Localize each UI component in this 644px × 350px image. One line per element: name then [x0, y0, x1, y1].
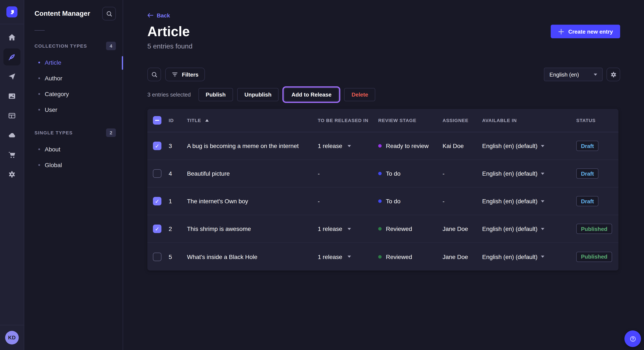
feather-content-icon[interactable]: [4, 48, 20, 65]
row-locale-dropdown[interactable]: English (en) (default): [482, 170, 576, 177]
content-manager-subnav: Content Manager COLLECTION TYPES 4 Artic…: [24, 0, 123, 350]
column-header-id[interactable]: ID: [167, 118, 187, 123]
gear-icon[interactable]: [4, 166, 20, 183]
column-header-assignee: ASSIGNEE: [442, 118, 482, 123]
row-release-dropdown[interactable]: 1 release: [318, 225, 378, 232]
table-row: ✓ 4 Beautiful picture - To do - English …: [147, 160, 618, 187]
status-badge: Draft: [576, 196, 599, 206]
row-locale-dropdown[interactable]: English (en) (default): [482, 225, 576, 232]
subnav-section: SINGLE TYPES 2 About Global: [24, 128, 123, 173]
row-release-dropdown[interactable]: 1 release: [318, 253, 378, 260]
row-release-dropdown: -: [318, 198, 378, 204]
row-checkbox[interactable]: ✓: [153, 224, 162, 233]
row-checkbox[interactable]: ✓: [153, 252, 162, 261]
add-to-release-button[interactable]: Add to Release: [284, 88, 339, 101]
release-label: 1 release: [318, 253, 342, 260]
subnav-item-article[interactable]: Article: [24, 54, 123, 70]
subnav-header: Content Manager: [24, 0, 123, 27]
stage-label: Reviewed: [386, 253, 412, 260]
row-status: Published: [576, 224, 618, 234]
subnav-item-user[interactable]: User: [24, 102, 123, 117]
entries-count: 5 entries found: [147, 42, 620, 50]
search-icon[interactable]: [102, 7, 116, 20]
locale-label: English (en) (default): [482, 143, 538, 149]
release-label: -: [318, 170, 320, 177]
section-count-badge: 4: [106, 42, 116, 50]
chevron-down-icon: [541, 228, 544, 230]
column-header-title[interactable]: TITLE: [187, 118, 318, 123]
row-id: 1: [167, 198, 187, 204]
status-badge: Draft: [576, 141, 599, 151]
table-row: ✓ 2 This shrimp is awesome 1 release Rev…: [147, 215, 618, 243]
stage-dot-icon: [378, 172, 382, 175]
locale-value: English (en): [550, 71, 579, 78]
create-new-entry-button[interactable]: Create new entry: [551, 25, 620, 38]
locale-label: English (en) (default): [482, 225, 538, 232]
table-row: ✓ 5 What's inside a Black Hole 1 release…: [147, 243, 618, 270]
section-label: SINGLE TYPES: [34, 130, 72, 135]
publish-button[interactable]: Publish: [198, 88, 233, 101]
stage-label: Ready to review: [386, 143, 429, 149]
layout-card-icon[interactable]: [4, 107, 20, 124]
search-icon[interactable]: [147, 68, 161, 81]
status-badge: Published: [576, 224, 612, 234]
chevron-down-icon: [541, 145, 544, 147]
delete-button[interactable]: Delete: [344, 88, 376, 101]
entries-table: ✓ ID TITLE TO BE RELEASED IN REVIEW STAG…: [147, 109, 618, 270]
subnav-item-label: Article: [45, 59, 61, 66]
home-icon[interactable]: [4, 29, 20, 46]
subnav-item-label: User: [45, 106, 57, 113]
subnav-item-about[interactable]: About: [24, 141, 123, 157]
chevron-down-icon: [541, 200, 544, 202]
locale-select[interactable]: English (en): [544, 68, 603, 81]
row-status: Draft: [576, 196, 618, 206]
paper-plane-icon[interactable]: [4, 68, 20, 85]
stage-dot-icon: [378, 227, 382, 230]
status-badge: Draft: [576, 169, 599, 178]
subnav-item-label: Category: [45, 90, 69, 97]
row-review-stage: Reviewed: [378, 225, 442, 232]
column-header-review: REVIEW STAGE: [378, 118, 442, 123]
chevron-down-icon: [347, 256, 351, 258]
row-locale-dropdown[interactable]: English (en) (default): [482, 253, 576, 260]
stage-label: To do: [386, 198, 400, 204]
subnav-item-category[interactable]: Category: [24, 86, 123, 102]
section-header: SINGLE TYPES 2: [24, 128, 123, 137]
row-release-dropdown[interactable]: 1 release: [318, 143, 378, 149]
back-label: Back: [157, 12, 170, 18]
divider: [0, 325, 24, 325]
select-all-checkbox[interactable]: ✓: [153, 116, 162, 125]
help-button[interactable]: [624, 331, 641, 347]
row-checkbox[interactable]: ✓: [153, 197, 162, 205]
row-assignee: Jane Doe: [442, 253, 482, 260]
row-assignee: Kai Doe: [442, 143, 482, 149]
subnav-item-author[interactable]: Author: [24, 70, 123, 86]
user-avatar[interactable]: KD: [5, 331, 19, 345]
subnav-item-global[interactable]: Global: [24, 157, 123, 173]
strapi-logo[interactable]: [6, 6, 18, 17]
row-locale-dropdown[interactable]: English (en) (default): [482, 143, 576, 149]
question-circle-icon: [629, 335, 636, 343]
sort-ascending-icon: [205, 119, 209, 122]
back-link[interactable]: Back: [147, 12, 170, 18]
subnav-title: Content Manager: [34, 10, 90, 17]
subnav-item-label: Author: [45, 75, 62, 81]
row-locale-dropdown[interactable]: English (en) (default): [482, 198, 576, 204]
title-row: Article Create new entry: [147, 24, 620, 39]
bullet-icon: [38, 164, 40, 166]
row-title: This shrimp is awesome: [187, 225, 318, 232]
row-checkbox[interactable]: ✓: [153, 169, 162, 178]
bullet-icon: [38, 93, 40, 95]
view-settings-gear-icon[interactable]: [606, 68, 620, 81]
selection-count: 3 entries selected: [147, 91, 191, 98]
cloud-icon[interactable]: [4, 127, 20, 144]
chevron-down-icon: [347, 228, 351, 230]
filters-button[interactable]: Filters: [165, 68, 205, 81]
column-header-released: TO BE RELEASED IN: [318, 118, 378, 123]
row-id: 5: [167, 253, 187, 260]
unpublish-button[interactable]: Unpublish: [237, 88, 279, 101]
cart-icon[interactable]: [4, 146, 20, 163]
media-pictures-icon[interactable]: [4, 88, 20, 105]
row-checkbox[interactable]: ✓: [153, 142, 162, 150]
divider: [34, 30, 45, 31]
